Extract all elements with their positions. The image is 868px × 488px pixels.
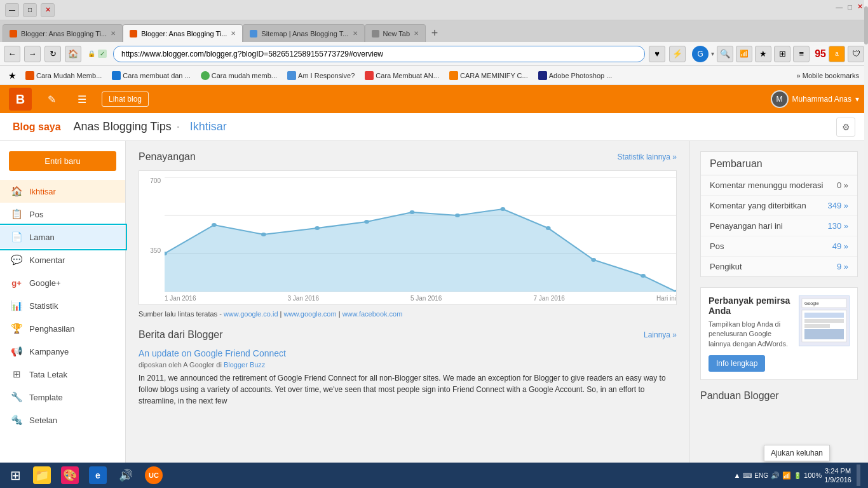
tab-3[interactable]: Sitemap | Anas Blogging T... ✕ [243, 24, 364, 42]
sidebar-item-statistik[interactable]: 📊 Statistik [0, 294, 125, 317]
bookmark-more[interactable]: » Mobile bookmarks [793, 71, 863, 81]
svg-text:Google: Google [804, 301, 819, 306]
bookmark-5[interactable]: CARA MEMINIFY C... [445, 70, 532, 81]
sidebar-item-tata-letak[interactable]: ⊞ Tata Letak [0, 363, 125, 386]
source-link-3[interactable]: www.facebook.com [342, 310, 403, 318]
source-link-1[interactable]: www.google.co.id [224, 310, 278, 318]
pembaruan-val-1[interactable]: 349 » [827, 201, 848, 210]
taskbar-item-paint[interactable]: 🎨 [56, 463, 84, 487]
tab-2-close[interactable]: ✕ [231, 30, 236, 37]
address-input[interactable] [113, 46, 645, 62]
taskbar-item-media[interactable]: 🔊 [112, 463, 140, 487]
sidebar-item-template[interactable]: 🔧 Template [0, 386, 125, 409]
sidebar-item-pos[interactable]: 📋 Pos [0, 203, 125, 226]
svg-point-10 [410, 210, 415, 214]
reload-btn[interactable]: ↻ [44, 46, 61, 62]
extensions-btn[interactable]: 🛡 [848, 46, 864, 62]
berita-lainnya-link[interactable]: Lainnya » [644, 330, 677, 339]
blogger-logo[interactable]: B [9, 88, 32, 111]
source-link-2[interactable]: www.google.com [284, 310, 337, 318]
bookmark-0[interactable]: Cara Mudah Memb... [22, 70, 105, 81]
blogger-buzz-link[interactable]: Blogger Buzz [224, 361, 265, 369]
bookmark-2[interactable]: Cara mudah memb... [197, 70, 281, 81]
lightning-btn[interactable]: ⚡ [669, 46, 686, 62]
sidebar-item-setelan[interactable]: 🔩 Setelan [0, 409, 125, 431]
my-blogs-link[interactable]: Blog saya [13, 121, 61, 133]
new-tab-btn[interactable]: + [426, 24, 444, 42]
show-desktop-btn[interactable] [857, 464, 860, 486]
bookmark-1[interactable]: Cara membuat dan ... [108, 70, 194, 81]
user-circle[interactable]: G [692, 46, 709, 62]
sidebar-template-label: Template [29, 393, 63, 402]
tab-4-close[interactable]: ✕ [414, 30, 419, 37]
pembaruan-val-0[interactable]: 0 » [837, 180, 848, 190]
main-content: Penayangan Statistik lainnya » 700 350 [126, 141, 868, 463]
tray-volume-icon[interactable]: 🔊 [771, 471, 780, 480]
new-entry-btn[interactable]: Entri baru [9, 151, 116, 171]
back-btn[interactable]: ← [4, 46, 20, 62]
blog-section: Ikhtisar [190, 120, 227, 133]
tab-1[interactable]: Blogger: Anas Blogging Ti... ✕ [3, 24, 123, 42]
taskbar-item-ie[interactable]: e [84, 463, 112, 487]
star-btn[interactable]: ★ [755, 46, 771, 62]
pembaruan-row-2: Penayangan hari ini 130 » [701, 216, 857, 236]
sidebar-laman-label: Laman [29, 233, 55, 242]
address-bar: ← → ↻ 🏠 🔒 ✓ ♥ ⚡ G ▾ 🔍 📶 ★ ⊞ ≡ 95 a 🛡 [0, 42, 868, 66]
start-button[interactable]: ⊞ [3, 463, 28, 487]
pembaruan-val-3[interactable]: 49 » [832, 241, 848, 251]
pembaruan-val-2[interactable]: 130 » [827, 221, 848, 231]
pembaruan-box: Pembaruan Komentar menunggu moderasi 0 »… [700, 151, 858, 277]
menu-btn[interactable]: ≡ [793, 46, 810, 62]
forward-btn[interactable]: → [24, 46, 41, 62]
sidebar-item-ikhtisar[interactable]: 🏠 Ikhtisar [0, 180, 125, 203]
bookmarks-bar: ★ Cara Mudah Memb... Cara membuat dan ..… [0, 66, 868, 85]
bookmark-btn[interactable]: ♥ [649, 46, 665, 62]
bookmark-star[interactable]: ★ [5, 69, 19, 83]
sidebar-item-komentar[interactable]: 💬 Komentar [0, 248, 125, 271]
sidebar-item-penghasilan[interactable]: 🏆 Penghasilan [0, 317, 125, 340]
grid-btn[interactable]: ⊞ [774, 46, 790, 62]
sidebar-item-googleplus[interactable]: g+ Google+ [0, 271, 125, 294]
perbanyak-image: Google [799, 295, 850, 346]
user-area[interactable]: M Muhammad Anas ▾ [771, 90, 859, 108]
view-blog-btn[interactable]: Lihat blog [102, 92, 149, 107]
tab-3-close[interactable]: ✕ [353, 30, 358, 37]
main-scrollbar[interactable] [864, 141, 868, 463]
search-btn[interactable]: 🔍 [717, 46, 733, 62]
window-minimize-btn[interactable]: — [5, 3, 19, 17]
window-close-btn[interactable]: ✕ [41, 3, 55, 17]
blogger-header: B ✎ ☰ Lihat blog M Muhammad Anas ▾ [0, 85, 868, 113]
home-btn[interactable]: 🏠 [65, 46, 81, 62]
tab-4[interactable]: New Tab ✕ [365, 24, 426, 42]
sidebar-komentar-label: Komentar [29, 255, 65, 265]
sidebar-item-kampanye[interactable]: 📢 Kampanye [0, 340, 125, 363]
pembaruan-title: Pembaruan [701, 152, 857, 175]
tab-2[interactable]: Blogger: Anas Blogging Ti... ✕ [123, 24, 243, 42]
sidebar-item-laman[interactable]: 📄 Laman [0, 226, 125, 248]
edit-icon-btn[interactable]: ✎ [41, 88, 62, 110]
bookmark-6[interactable]: Adobe Photoshop ... [534, 70, 616, 81]
bookmark-3[interactable]: Am I Responsive? [283, 70, 358, 81]
taskbar-item-uc[interactable]: UC [140, 463, 168, 487]
amazon-btn[interactable]: a [829, 46, 845, 62]
perbanyak-box: Perbanyak pemirsa Anda Tampilkan blog An… [700, 287, 858, 380]
windows-icon: ⊞ [10, 468, 21, 483]
chart-container: 700 350 [139, 170, 677, 305]
post-icon-btn[interactable]: ☰ [71, 88, 93, 110]
article-title-link[interactable]: An update on Google Friend Connect [139, 348, 677, 358]
statistik-lainnya-link[interactable]: Statistik lainnya » [618, 152, 677, 161]
bookmark-4[interactable]: Cara Membuat AN... [361, 70, 443, 81]
info-lengkap-btn[interactable]: Info lengkap [709, 355, 765, 372]
tray-icon-1: ▲ [733, 471, 740, 479]
settings-gear-btn[interactable]: ⚙ [836, 118, 855, 137]
template-icon: 🔧 [10, 391, 23, 403]
tab-1-close[interactable]: ✕ [111, 30, 116, 37]
ajukan-popup[interactable]: Ajukan keluhan [764, 445, 830, 461]
chart-x-labels: 1 Jan 2016 3 Jan 2016 5 Jan 2016 7 Jan 2… [165, 294, 676, 302]
edit-icon: ✎ [48, 93, 56, 105]
window-maximize-btn[interactable]: □ [23, 3, 37, 17]
user-avatar: M [771, 90, 789, 108]
tray-network-icon[interactable]: 📶 [782, 471, 791, 480]
taskbar-item-file-explorer[interactable]: 📁 [28, 463, 56, 487]
pembaruan-val-4[interactable]: 9 » [837, 262, 848, 271]
